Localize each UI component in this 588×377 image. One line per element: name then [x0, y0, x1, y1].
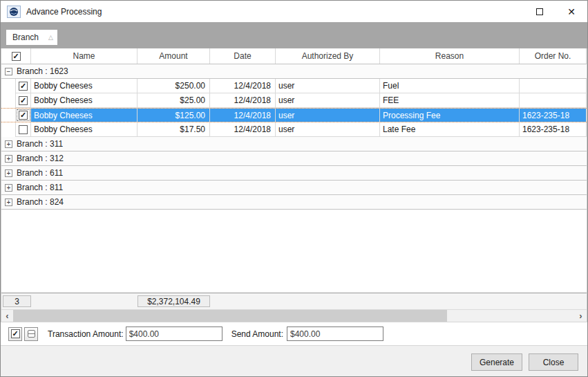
transaction-amount-label: Transaction Amount: [48, 329, 124, 339]
row-checkbox[interactable]: ✓ [19, 96, 28, 105]
row-checkbox-cell: ✓ [16, 109, 31, 122]
cell-reason: Processing Fee [380, 109, 520, 122]
button-bar: Generate Close [1, 346, 587, 376]
uncheck-all-button[interactable] [24, 327, 38, 341]
group-indent [1, 93, 16, 108]
group-indent [1, 122, 16, 137]
group-row[interactable]: +Branch : 611 [1, 166, 587, 181]
column-header-amount[interactable]: Amount [137, 48, 210, 64]
close-button[interactable]: ✕ [556, 1, 587, 22]
send-amount-label: Send Amount: [231, 329, 283, 339]
summary-total-amount: $2,372,104.49 [137, 295, 210, 307]
cell-reason: FEE [380, 93, 520, 108]
cell-name: Bobby Cheeses [31, 79, 137, 93]
cell-reason: Fuel [380, 79, 520, 93]
group-label: Branch : 312 [17, 154, 64, 163]
expand-icon[interactable]: + [5, 155, 12, 163]
grid-row[interactable]: ✓Bobby Cheeses$250.0012/4/2018userFuel [1, 79, 587, 93]
select-all-header-cell: ✓ [1, 48, 31, 64]
row-checkbox-cell: ✓ [16, 93, 31, 108]
group-row[interactable]: +Branch : 824 [1, 195, 587, 210]
expand-icon[interactable]: + [5, 184, 12, 192]
expand-icon[interactable]: + [5, 169, 12, 177]
advance-processing-window: Advance Processing ✕ Branch △ ✓ Name Amo… [0, 0, 588, 377]
maximize-icon [536, 8, 543, 15]
cell-authorized_by: user [276, 122, 380, 137]
window-title: Advance Processing [26, 7, 102, 17]
cell-name: Bobby Cheeses [31, 109, 137, 122]
group-label: Branch : 811 [17, 183, 63, 192]
cell-name: Bobby Cheeses [31, 93, 137, 108]
summary-selected-count: 3 [3, 295, 31, 307]
cell-order_no: 1623-235-18 [520, 122, 587, 137]
cell-date: 12/4/2018 [210, 93, 276, 108]
send-amount-input[interactable] [287, 327, 383, 341]
scroll-right-icon[interactable]: › [575, 310, 587, 322]
row-checkbox-cell: ✓ [16, 79, 31, 93]
row-checkbox[interactable]: ✓ [19, 111, 28, 120]
expand-icon[interactable]: + [5, 199, 12, 206]
grid-row[interactable]: Bobby Cheeses$17.5012/4/2018userLate Fee… [1, 122, 587, 137]
uncheck-all-icon [28, 330, 35, 338]
summary-row: 3 $2,372,104.49 [1, 293, 587, 309]
cell-order_no: 1623-235-18 [520, 109, 587, 122]
generate-button[interactable]: Generate [471, 353, 522, 371]
grid-row[interactable]: ✓Bobby Cheeses$25.0012/4/2018userFEE [1, 93, 587, 108]
group-indent [1, 79, 16, 93]
group-label: Branch : 1623 [17, 66, 68, 76]
cell-name: Bobby Cheeses [31, 122, 137, 137]
grid-header: ✓ Name Amount Date Authorized By Reason … [1, 48, 587, 64]
cell-amount: $250.00 [137, 79, 210, 93]
cell-date: 12/4/2018 [210, 79, 276, 93]
expand-icon[interactable]: + [5, 140, 12, 148]
cell-order_no [520, 93, 587, 108]
check-all-checkbox: ✓ [11, 329, 20, 338]
collapse-icon[interactable]: − [5, 68, 12, 75]
grid-row[interactable]: ✓Bobby Cheeses$125.0012/4/2018userProces… [1, 108, 587, 122]
cell-date: 12/4/2018 [210, 109, 276, 122]
row-checkbox-cell [16, 122, 31, 137]
grid-body: −Branch : 1623✓Bobby Cheeses$250.0012/4/… [1, 64, 587, 293]
cell-authorized_by: user [276, 109, 380, 122]
close-icon: ✕ [567, 7, 576, 17]
advances-grid: ✓ Name Amount Date Authorized By Reason … [1, 48, 587, 322]
cell-authorized_by: user [276, 93, 380, 108]
column-header-authorized-by[interactable]: Authorized By [276, 48, 380, 64]
column-header-reason[interactable]: Reason [380, 48, 520, 64]
transaction-amount-input[interactable] [126, 327, 222, 341]
select-all-checkbox[interactable]: ✓ [12, 52, 21, 61]
group-label: Branch : 611 [17, 168, 63, 178]
check-all-button[interactable]: ✓ [8, 327, 22, 341]
app-icon [7, 6, 21, 18]
group-field-label: Branch [12, 33, 46, 42]
group-label: Branch : 824 [17, 197, 64, 207]
maximize-button[interactable] [524, 1, 556, 22]
cell-date: 12/4/2018 [210, 122, 276, 137]
row-checkbox[interactable]: ✓ [19, 82, 28, 91]
group-by-panel: Branch △ [1, 22, 587, 48]
scrollbar-thumb[interactable] [13, 310, 447, 322]
column-header-name[interactable]: Name [31, 48, 137, 64]
cell-amount: $125.00 [137, 109, 210, 122]
sort-ascending-icon: △ [48, 34, 53, 41]
cell-order_no [520, 79, 587, 93]
cell-authorized_by: user [276, 79, 380, 93]
horizontal-scrollbar[interactable]: ‹ › [1, 309, 587, 322]
scroll-left-icon[interactable]: ‹ [1, 310, 13, 322]
cell-amount: $17.50 [137, 122, 210, 137]
window-controls: ✕ [524, 1, 587, 22]
group-row[interactable]: +Branch : 811 [1, 181, 587, 195]
group-row[interactable]: +Branch : 312 [1, 151, 587, 166]
group-field-branch[interactable]: Branch △ [6, 30, 57, 45]
group-row[interactable]: −Branch : 1623 [1, 64, 587, 79]
close-dialog-button[interactable]: Close [529, 353, 578, 371]
column-header-order-no[interactable]: Order No. [520, 48, 587, 64]
transaction-panel: ✓ Transaction Amount: Send Amount: [1, 322, 587, 346]
group-row[interactable]: +Branch : 311 [1, 137, 587, 151]
cell-amount: $25.00 [137, 93, 210, 108]
column-header-date[interactable]: Date [210, 48, 276, 64]
row-checkbox[interactable] [19, 125, 28, 134]
group-indent [1, 109, 16, 122]
title-bar: Advance Processing ✕ [1, 1, 587, 22]
group-label: Branch : 311 [17, 139, 63, 149]
